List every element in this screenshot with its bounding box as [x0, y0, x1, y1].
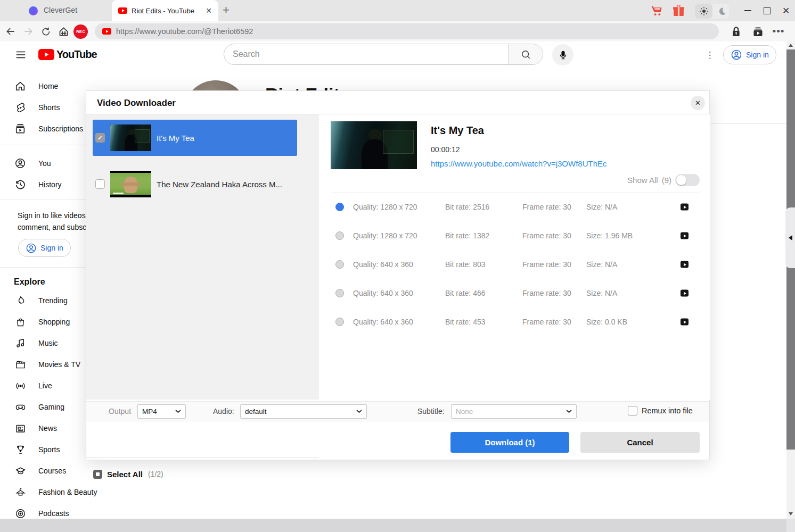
- video-detail-panel: It's My Tea 00:00:12 https://www.youtube…: [319, 114, 710, 400]
- reload-icon[interactable]: [40, 26, 52, 37]
- minimize-button[interactable]: [742, 5, 753, 16]
- output-select[interactable]: MP4: [137, 404, 186, 419]
- home-icon[interactable]: [58, 26, 69, 37]
- quality-row[interactable]: Quality: 640 x 360 Bit rate: 453 Frame r…: [319, 307, 710, 336]
- quality-row[interactable]: Quality: 1280 x 720 Bit rate: 2516 Frame…: [319, 193, 710, 221]
- size-value: Size: N/A: [586, 203, 617, 211]
- cleverget-logo-icon: [29, 6, 38, 15]
- explore-heading: Explore: [14, 277, 45, 287]
- sidebar-label: Courses: [38, 467, 66, 475]
- hamburger-menu-icon[interactable]: [15, 49, 27, 61]
- horizontal-scrollbar[interactable]: [0, 519, 795, 532]
- size-value: Size: N/A: [586, 260, 617, 269]
- close-button[interactable]: ✕: [781, 5, 791, 16]
- framerate-value: Frame rate: 30: [522, 289, 571, 297]
- scroll-down-icon[interactable]: [789, 512, 793, 516]
- cart-icon[interactable]: [651, 5, 663, 16]
- preview-play-icon[interactable]: [681, 261, 689, 268]
- url-bar[interactable]: https://www.youtube.com/@Theriot6592: [95, 23, 719, 39]
- show-all-count: (9): [662, 176, 671, 185]
- quality-row[interactable]: Quality: 1280 x 720 Bit rate: 1382 Frame…: [319, 221, 710, 250]
- video-list-item[interactable]: The New Zealand Haka Across M...: [93, 166, 297, 202]
- you-icon: [14, 157, 27, 170]
- back-icon[interactable]: [5, 26, 17, 37]
- quality-radio[interactable]: [335, 318, 344, 326]
- collapse-left-icon: [789, 235, 792, 240]
- video-download-icon[interactable]: [752, 26, 764, 37]
- detail-thumbnail: [331, 121, 417, 169]
- preview-play-icon[interactable]: [681, 290, 689, 297]
- signin-note-line2: comment, and subsc: [18, 222, 86, 233]
- browser-tab[interactable]: Riot Edits - YouTube ✕: [112, 0, 218, 21]
- audio-select[interactable]: default: [240, 404, 367, 419]
- quality-row[interactable]: Quality: 640 x 360 Bit rate: 466 Frame r…: [319, 279, 710, 307]
- sidebar-label: Shopping: [38, 318, 70, 326]
- header-sign-in-label: Sign in: [746, 51, 769, 59]
- video-title: The New Zealand Haka Across M...: [157, 180, 282, 189]
- preview-play-icon[interactable]: [681, 204, 689, 211]
- youtube-favicon: [102, 28, 111, 35]
- light-mode-sun-icon[interactable]: [695, 4, 712, 19]
- quality-radio[interactable]: [335, 289, 344, 297]
- remux-checkbox[interactable]: [628, 406, 637, 415]
- video-checkbox-unchecked[interactable]: [95, 179, 105, 189]
- tab-close-icon[interactable]: ✕: [206, 7, 212, 14]
- scrollbar-corner: [786, 519, 795, 532]
- subtitle-label: Subtitle:: [417, 407, 445, 415]
- youtube-logo[interactable]: YouTube: [38, 48, 97, 61]
- quality-radio-selected[interactable]: [335, 203, 344, 211]
- panel-collapse-handle[interactable]: [785, 207, 795, 268]
- gift-icon[interactable]: [673, 4, 685, 17]
- dark-mode-moon-icon[interactable]: [718, 7, 726, 15]
- quality-radio[interactable]: [335, 231, 344, 240]
- show-all-toggle[interactable]: [675, 174, 700, 186]
- new-tab-button[interactable]: +: [223, 4, 230, 16]
- sidebar-label: Trending: [38, 296, 68, 305]
- subtitle-select[interactable]: None: [451, 404, 577, 419]
- video-list-item[interactable]: ✓ It's My Tea: [93, 120, 297, 156]
- forward-icon[interactable]: [22, 26, 34, 37]
- select-all-checkbox[interactable]: [93, 470, 102, 479]
- theme-toggle[interactable]: [695, 4, 729, 19]
- quality-row[interactable]: Quality: 640 x 360 Bit rate: 803 Frame r…: [319, 250, 710, 279]
- sidebar-label: Shorts: [38, 103, 60, 112]
- quality-value: Quality: 640 x 360: [353, 318, 413, 326]
- preview-play-icon[interactable]: [681, 232, 689, 239]
- detail-url-link[interactable]: https://www.youtube.com/watch?v=j3OWf8UT…: [431, 159, 607, 168]
- person-icon: [731, 49, 742, 61]
- sidebar-label: You: [38, 159, 51, 168]
- sidebar-sign-in-button[interactable]: Sign in: [18, 239, 71, 257]
- tab-title: Riot Edits - YouTube: [132, 7, 206, 15]
- rec-badge[interactable]: REC: [73, 24, 88, 39]
- maximize-button[interactable]: [761, 5, 772, 16]
- newspaper-icon: [14, 422, 27, 435]
- video-list-panel: ✓ It's My Tea The New Zealand Haka Acros…: [86, 114, 319, 400]
- modal-close-icon[interactable]: ✕: [691, 96, 705, 110]
- voice-search-button[interactable]: [552, 44, 573, 65]
- quality-value: Quality: 1280 x 720: [353, 231, 417, 240]
- search-button[interactable]: [508, 44, 543, 64]
- framerate-value: Frame rate: 30: [522, 203, 571, 211]
- music-note-icon: [14, 337, 27, 350]
- podcasts-icon: [14, 507, 27, 520]
- search-input[interactable]: [224, 44, 508, 64]
- youtube-menu-icon[interactable]: ⋮: [705, 48, 715, 62]
- cancel-button[interactable]: Cancel: [580, 432, 700, 453]
- show-all-row: Show All (9): [627, 174, 700, 186]
- scroll-up-icon[interactable]: [789, 44, 793, 47]
- header-sign-in-button[interactable]: Sign in: [723, 45, 776, 64]
- remux-option: Remux into file: [628, 406, 693, 415]
- browser-menu-icon[interactable]: •••: [773, 26, 784, 37]
- lock-icon[interactable]: [730, 26, 742, 37]
- channel-divider: [710, 123, 786, 124]
- video-checkbox-checked[interactable]: ✓: [95, 133, 105, 143]
- output-value: MP4: [142, 408, 157, 415]
- download-button[interactable]: Download (1): [450, 432, 569, 453]
- audio-label: Audio:: [213, 407, 234, 415]
- preview-play-icon[interactable]: [681, 319, 689, 326]
- vertical-scrollbar[interactable]: [786, 41, 795, 519]
- show-all-label: Show All: [627, 176, 658, 185]
- select-all-count: (1/2): [148, 470, 163, 478]
- quality-radio[interactable]: [335, 260, 344, 269]
- toggle-knob: [676, 175, 686, 185]
